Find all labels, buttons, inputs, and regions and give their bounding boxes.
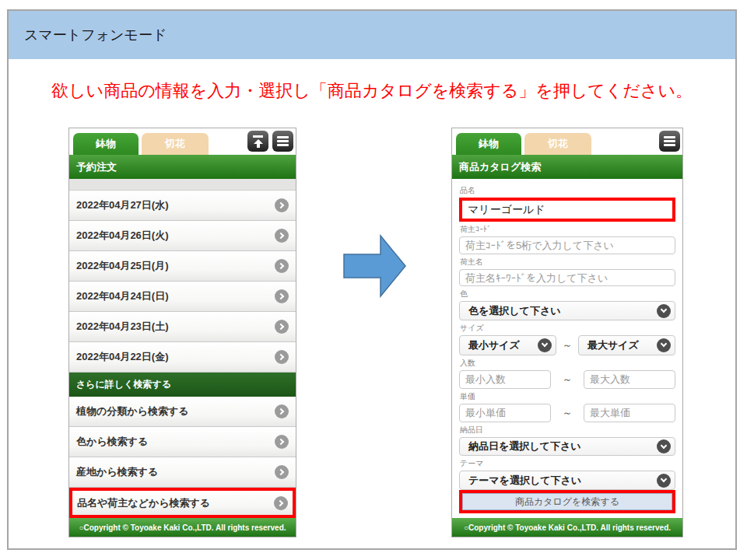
tab-bar: 鉢物 切花 — [69, 128, 296, 155]
tab-bar: 鉢物 切花 — [452, 128, 682, 155]
slide-title-bar: スマートフォンモード — [9, 11, 735, 59]
size-range-row: 最小サイズ ～ 最大サイズ — [459, 335, 675, 355]
copyright-footer: ○Copyright © Toyoake Kaki Co.,LTD. All r… — [69, 518, 296, 537]
theme-select-value: テーマを選択して下さい — [468, 474, 581, 488]
menu-icon — [277, 136, 289, 146]
tab-potted-label: 鉢物 — [96, 137, 116, 151]
phone-screenshot-left: 鉢物 切花 予約注文 2022年04月27日(水 — [68, 128, 296, 537]
tab-cut-flowers[interactable]: 切花 — [524, 133, 591, 155]
highlight-box-search-button: 商品カタログを検索する — [459, 490, 675, 513]
chevron-right-icon — [275, 435, 289, 449]
date-list-item[interactable]: 2022年04月23日(土) — [69, 312, 296, 342]
tab-potted-label: 鉢物 — [479, 137, 499, 151]
max-price-input[interactable] — [584, 404, 675, 422]
min-size-value: 最小サイズ — [468, 338, 520, 352]
catalog-search-button-label: 商品カタログを検索する — [515, 495, 619, 509]
tab-cut-flowers[interactable]: 切花 — [142, 133, 209, 155]
chevron-down-icon — [657, 304, 671, 318]
field-label-shipper-code: 荷主ｺｰﾄﾞ — [460, 224, 675, 235]
phone-screenshot-right: 鉢物 切花 商品カタログ検索 品名 荷主ｺｰﾄﾞ 荷主名 — [451, 128, 683, 537]
field-label-product-name: 品名 — [460, 185, 675, 196]
shipper-name-input[interactable] — [459, 269, 675, 287]
theme-select[interactable]: テーマを選択して下さい — [459, 471, 675, 490]
header-icon-group — [659, 131, 680, 152]
menu-button[interactable] — [272, 131, 293, 152]
field-label-size: サイズ — [460, 323, 675, 334]
max-size-value: 最大サイズ — [587, 338, 639, 352]
search-link-color[interactable]: 色から検索する — [69, 427, 296, 457]
slide-frame: スマートフォンモード 欲しい商品の情報を入力・選択し「商品カタログを検索する」を… — [7, 9, 737, 550]
range-separator: ～ — [563, 338, 573, 352]
delivery-date-select[interactable]: 納品日を選択して下さい — [459, 437, 675, 457]
search-link-production-area[interactable]: 産地から検索する — [69, 457, 296, 488]
field-label-quantity: 入数 — [460, 358, 675, 369]
scroll-top-icon — [253, 135, 263, 148]
shipper-code-input[interactable] — [459, 236, 675, 254]
catalog-search-form: 品名 荷主ｺｰﾄﾞ 荷主名 色 色を選択して下さい サイズ 最小サイズ ～ — [452, 179, 682, 518]
search-link-label: 品名や荷主などから検索する — [77, 496, 210, 510]
chevron-down-icon — [538, 338, 552, 352]
date-label: 2022年04月25日(月) — [76, 259, 169, 273]
search-link-label: 色から検索する — [76, 435, 148, 449]
max-size-select[interactable]: 最大サイズ — [578, 335, 675, 355]
range-separator: ～ — [563, 373, 573, 387]
tab-cut-label: 切花 — [165, 137, 185, 151]
catalog-search-button[interactable]: 商品カタログを検索する — [462, 493, 672, 510]
field-label-color: 色 — [460, 289, 675, 299]
delivery-date-value: 納品日を選択して下さい — [468, 439, 581, 453]
max-quantity-input[interactable] — [584, 370, 675, 389]
search-link-product-name-shipper[interactable]: 品名や荷主などから検索する — [69, 488, 296, 518]
quantity-range-row: ～ — [459, 370, 675, 389]
date-list-item[interactable]: 2022年04月25日(月) — [69, 251, 296, 282]
min-price-input[interactable] — [459, 404, 551, 422]
search-link-label: 産地から検索する — [76, 465, 158, 479]
section-header-detailed-search: さらに詳しく検索する — [69, 373, 296, 397]
chevron-right-icon — [275, 404, 289, 418]
chevron-right-icon — [275, 320, 289, 334]
chevron-down-icon — [657, 474, 671, 488]
date-list-item[interactable]: 2022年04月27日(水) — [69, 191, 296, 221]
date-list-item[interactable]: 2022年04月26日(火) — [69, 221, 296, 251]
price-range-row: ～ — [459, 404, 675, 422]
scroll-top-button[interactable] — [247, 131, 268, 152]
date-label: 2022年04月23日(土) — [76, 320, 169, 334]
chevron-down-icon — [657, 338, 671, 352]
page-header-catalog-search: 商品カタログ検索 — [452, 155, 682, 179]
header-icon-group — [247, 131, 293, 152]
highlight-box-product-name — [459, 198, 675, 222]
chevron-right-icon — [274, 496, 288, 510]
date-label: 2022年04月24日(日) — [76, 289, 169, 303]
date-label: 2022年04月27日(水) — [76, 198, 169, 212]
chevron-right-icon — [275, 198, 289, 212]
tab-cut-label: 切花 — [548, 137, 568, 151]
tab-potted-plants[interactable]: 鉢物 — [73, 133, 139, 155]
slide-title: スマートフォンモード — [24, 26, 167, 44]
field-label-unit-price: 単価 — [460, 391, 675, 402]
menu-icon — [664, 136, 675, 146]
field-label-delivery-date: 納品日 — [460, 425, 675, 436]
chevron-right-icon — [275, 465, 289, 479]
list-top-gap — [69, 179, 296, 191]
color-select[interactable]: 色を選択して下さい — [459, 301, 675, 320]
tab-potted-plants[interactable]: 鉢物 — [456, 133, 521, 155]
min-size-select[interactable]: 最小サイズ — [459, 335, 556, 355]
right-arrow — [343, 234, 407, 298]
min-quantity-input[interactable] — [459, 370, 551, 389]
field-label-shipper-name: 荷主名 — [460, 257, 675, 268]
date-label: 2022年04月22日(金) — [76, 350, 169, 364]
date-label: 2022年04月26日(火) — [76, 229, 169, 243]
date-list-item[interactable]: 2022年04月24日(日) — [69, 282, 296, 312]
search-link-plant-category[interactable]: 植物の分類から検索する — [69, 397, 296, 427]
page-header-reservation: 予約注文 — [69, 155, 296, 179]
menu-button[interactable] — [659, 131, 680, 152]
product-name-input[interactable] — [462, 201, 672, 219]
chevron-right-icon — [275, 259, 289, 273]
chevron-right-icon — [275, 289, 289, 303]
range-separator: ～ — [563, 406, 573, 420]
color-select-value: 色を選択して下さい — [468, 304, 561, 318]
chevron-down-icon — [657, 439, 671, 453]
date-list-item[interactable]: 2022年04月22日(金) — [69, 342, 296, 373]
field-label-theme: テーマ — [460, 458, 675, 469]
chevron-right-icon — [275, 350, 289, 364]
chevron-right-icon — [275, 229, 289, 243]
